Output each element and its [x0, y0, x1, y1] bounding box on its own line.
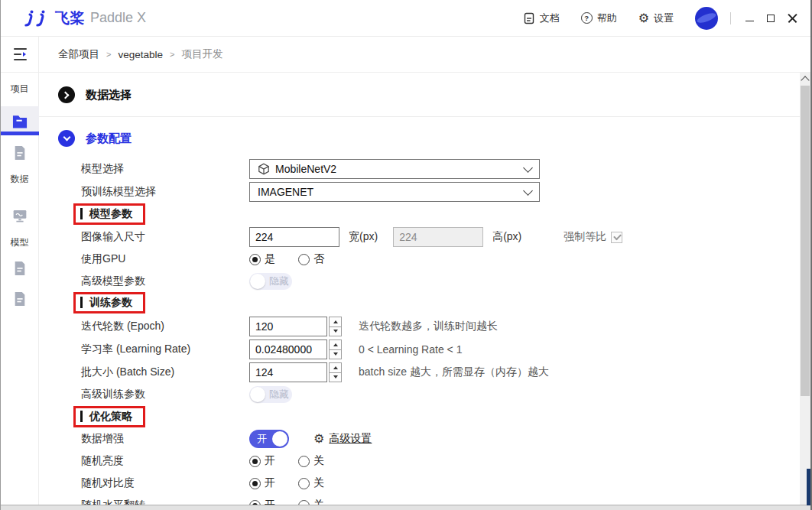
contrast-off-option[interactable]: 关 [298, 476, 324, 490]
contrast-off-label: 关 [313, 476, 324, 490]
adv-model-params-label: 高级模型参数 [81, 274, 249, 288]
section-data-select[interactable]: 数据选择 [58, 84, 132, 106]
sidebar-section-project: 项目 [1, 83, 38, 96]
sidebar-item-project-file[interactable] [1, 141, 39, 164]
scroll-up-button[interactable] [800, 73, 810, 85]
gpu-no-option[interactable]: 否 [298, 252, 324, 266]
help-label: 帮助 [597, 11, 617, 25]
section-divider [39, 116, 800, 117]
batch-size-input[interactable] [249, 362, 327, 382]
arrow-down-icon [333, 352, 338, 356]
collapse-circle[interactable] [58, 130, 75, 147]
sidebar-item-dataset[interactable] [1, 204, 39, 227]
close-icon [788, 13, 797, 23]
breadcrumb-project-name[interactable]: vegetable [118, 49, 163, 60]
epoch-spinner-field [249, 317, 342, 336]
epoch-stepper [329, 317, 342, 336]
adv-train-toggle[interactable]: 隐藏 [249, 386, 292, 403]
brightness-off-option[interactable]: 关 [298, 454, 324, 468]
minimize-button[interactable] [739, 8, 760, 29]
help-button[interactable]: 帮助 [581, 11, 617, 25]
advanced-settings-label: 高级设置 [329, 432, 372, 446]
epoch-input[interactable] [249, 317, 327, 336]
height-unit-label: 高(px) [492, 230, 521, 244]
chevron-down-icon [523, 186, 533, 196]
augment-label: 数据增强 [81, 432, 249, 446]
batch-size-label: 批大小 (Batch Size) [81, 365, 249, 379]
learning-rate-hint: 0 < Learning Rate < 1 [359, 343, 462, 356]
use-gpu-label: 使用GPU [81, 252, 249, 266]
spin-down-button[interactable] [329, 349, 342, 360]
paddle-logo-icon [21, 10, 51, 27]
arrow-up-icon [333, 320, 338, 323]
logo-text-en: Paddle X [90, 10, 146, 26]
spin-up-button[interactable] [329, 339, 342, 350]
vertical-scrollbar[interactable] [800, 73, 810, 505]
user-avatar[interactable] [695, 7, 718, 30]
radio-unselected-icon [298, 254, 310, 265]
image-height-input [393, 227, 483, 247]
file-icon [13, 291, 27, 307]
sidebar-section-model: 模型 [1, 236, 38, 249]
chevron-down-icon [523, 163, 533, 173]
row-batch-size: 批大小 (Batch Size) batch size 越大，所需显存（内存）越… [81, 361, 549, 384]
window-bottom-border [1, 505, 810, 510]
section-title-param-config: 参数配置 [86, 132, 132, 146]
force-ratio-label: 强制等比 [564, 230, 606, 244]
arrow-up-icon [333, 366, 338, 369]
spin-down-button[interactable] [329, 326, 342, 337]
image-width-input[interactable] [249, 227, 339, 247]
gpu-yes-option[interactable]: 是 [249, 252, 275, 266]
contrast-label: 随机对比度 [81, 476, 249, 490]
arrow-down-icon [333, 375, 338, 378]
pretrained-select-dropdown[interactable]: IMAGENET [249, 182, 540, 202]
advanced-settings-link[interactable]: 高级设置 [313, 432, 372, 446]
optimize-title: 优化策略 [89, 410, 132, 424]
epoch-label: 迭代轮数 (Epoch) [81, 320, 249, 333]
row-optimize-header: 优化策略 [73, 405, 145, 427]
folder-icon [11, 114, 28, 128]
spin-up-button[interactable] [329, 362, 342, 373]
pretrained-select-value: IMAGENET [258, 186, 313, 198]
toggle-knob [250, 274, 265, 289]
breadcrumb-all-projects[interactable]: 全部项目 [58, 47, 99, 61]
lr-stepper [329, 339, 342, 359]
brightness-on-option[interactable]: 开 [249, 454, 275, 468]
pretrained-select-label: 预训练模型选择 [81, 185, 249, 199]
sidebar-section-data: 数据 [1, 173, 38, 186]
maximize-button[interactable] [760, 8, 781, 29]
chevron-down-icon [63, 133, 70, 141]
model-select-dropdown[interactable]: MobileNetV2 [249, 159, 540, 179]
sidebar-item-model-file-1[interactable] [1, 257, 39, 280]
sidebar-collapse-button[interactable] [1, 37, 39, 73]
gear-icon [638, 12, 649, 24]
adv-train-params-label: 高级训练参数 [81, 388, 249, 401]
file-icon [13, 261, 27, 276]
augment-toggle[interactable]: 开 [249, 430, 289, 448]
app-window: 飞桨 Paddle X 文档 帮助 设置 [0, 0, 812, 510]
expand-circle[interactable] [58, 86, 75, 103]
adv-model-toggle[interactable]: 隐藏 [249, 273, 292, 290]
close-button[interactable] [781, 8, 803, 29]
sidebar-item-model-file-2[interactable] [1, 287, 39, 310]
scrollbar-thumb[interactable] [801, 86, 810, 396]
force-ratio-checkbox[interactable] [611, 232, 622, 243]
section-title-data-select: 数据选择 [86, 88, 132, 102]
hamburger-icon [14, 48, 27, 60]
section-param-config[interactable]: 参数配置 [58, 128, 132, 149]
row-image-input-size: 图像输入尺寸 宽(px) 高(px) 强制等比 [81, 226, 622, 249]
docs-button[interactable]: 文档 [523, 11, 560, 25]
row-train-params-header: 训练参数 [73, 291, 145, 313]
radio-selected-icon [249, 478, 261, 489]
batch-stepper [329, 362, 342, 382]
learning-rate-input[interactable] [249, 339, 327, 359]
row-learning-rate: 学习率 (Learning Rate) 0 < Learning Rate < … [81, 338, 462, 361]
arrow-down-icon [333, 330, 338, 333]
contrast-on-option[interactable]: 开 [249, 476, 275, 490]
sidebar-item-project-dev[interactable] [1, 106, 39, 135]
settings-button[interactable]: 设置 [638, 11, 674, 25]
breadcrumb-separator: > [106, 50, 111, 59]
breadcrumb-current-page: 项目开发 [181, 47, 222, 61]
spin-down-button[interactable] [329, 372, 342, 383]
spin-up-button[interactable] [329, 317, 342, 327]
